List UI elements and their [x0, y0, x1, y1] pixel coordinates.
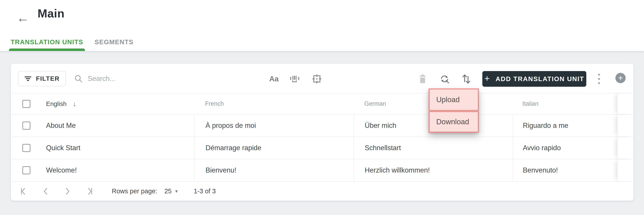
tab-bar: TRANSLATION UNITS SEGMENTS [9, 33, 141, 51]
active-tab-indicator [9, 48, 85, 51]
row-checkbox[interactable] [22, 122, 30, 130]
filter-button-label: FILTER [36, 75, 60, 82]
table-footer: Rows per page: 25 ▾ 1-3 of 3 [11, 182, 634, 201]
cell-text-french: À propos de moi [206, 122, 256, 130]
header-cell-french: French [194, 94, 354, 114]
header-cell-italian: Italian [513, 94, 617, 114]
chevron-right-icon [64, 187, 72, 195]
cell-english: Quick Start [11, 137, 194, 159]
add-translation-unit-label: ADD TRANSLATION UNIT [496, 75, 584, 83]
header-cell-actions [617, 94, 634, 114]
next-page-button[interactable] [62, 186, 72, 196]
first-page-icon [20, 187, 28, 195]
column-header-english[interactable]: English [46, 100, 67, 108]
kebab-dot [598, 78, 600, 80]
chevron-left-icon [42, 187, 50, 195]
trash-icon [418, 74, 427, 84]
rows-per-page-label: Rows per page: [112, 188, 157, 195]
cell-text-english: About Me [46, 122, 76, 130]
header-cell-english: English ↓ [11, 94, 194, 114]
kebab-dot [598, 82, 600, 84]
column-header-french[interactable]: French [205, 100, 224, 107]
cell-german: Herzlich willkommen! [354, 159, 513, 181]
find-replace-button[interactable] [438, 72, 452, 86]
add-circle-button[interactable]: + [616, 73, 626, 83]
cell-italian: Benvenuto! [513, 159, 617, 181]
cell-text-german: Über mich [365, 122, 396, 130]
toolbar: FILTER Aa [11, 64, 634, 94]
arrows-up-down-icon [462, 74, 471, 84]
cell-text-german: Herzlich willkommen! [365, 166, 430, 174]
tab-segments[interactable]: SEGMENTS [87, 33, 141, 51]
column-header-german[interactable]: German [364, 100, 386, 107]
previous-page-button[interactable] [41, 186, 50, 196]
cell-actions [617, 159, 634, 181]
tab-translation-units[interactable]: TRANSLATION UNITS [9, 33, 85, 51]
table-row[interactable]: Quick Start Démarrage rapide Schnellstar… [11, 137, 634, 159]
cell-actions [617, 115, 634, 136]
select-all-checkbox[interactable] [22, 100, 30, 108]
page-title: Main [38, 7, 64, 20]
cell-text-english: Quick Start [46, 144, 80, 152]
whitespace-icon [290, 75, 300, 83]
cell-text-french: Démarrage rapide [206, 144, 262, 152]
cell-english: Welcome! [11, 159, 194, 181]
cell-german: Schnellstart [354, 137, 513, 159]
match-case-toggle[interactable]: Aa [267, 72, 281, 86]
plus-icon: + [618, 74, 623, 82]
kebab-dot [598, 74, 600, 76]
search-input[interactable] [88, 75, 184, 83]
last-page-button[interactable] [84, 186, 94, 196]
add-translation-unit-button[interactable]: + ADD TRANSLATION UNIT [482, 71, 586, 87]
table-row[interactable]: About Me À propos de moi Über mich Rigua… [11, 115, 634, 137]
whitespace-toggle[interactable] [288, 72, 302, 86]
column-header-italian[interactable]: Italian [522, 100, 538, 107]
cell-text-english: Welcome! [46, 166, 77, 174]
cell-italian: Riguardo a me [513, 115, 617, 136]
chevron-down-icon[interactable]: ▾ [175, 188, 178, 194]
cell-text-italian: Riguardo a me [523, 122, 568, 130]
cell-text-italian: Avvio rapido [523, 144, 561, 152]
cell-text-italian: Benvenuto! [523, 166, 558, 174]
cell-french: Démarrage rapide [194, 137, 354, 159]
sort-desc-icon[interactable]: ↓ [73, 100, 76, 108]
table-header-row: English ↓ French German Italian [11, 94, 634, 115]
pagination-range-label: 1-3 of 3 [194, 188, 216, 195]
cell-actions [617, 137, 634, 159]
first-page-button[interactable] [19, 186, 28, 196]
delete-button[interactable] [416, 72, 430, 86]
cell-italian: Avvio rapido [513, 137, 617, 159]
cell-english: About Me [11, 115, 194, 136]
back-button[interactable]: ← [13, 8, 33, 28]
row-checkbox[interactable] [22, 144, 30, 152]
filter-icon [24, 76, 32, 82]
kebab-menu-button[interactable] [592, 72, 606, 86]
filter-button[interactable]: FILTER [18, 71, 66, 86]
row-checkbox[interactable] [22, 166, 30, 174]
menu-item-upload[interactable]: Upload [429, 88, 479, 111]
pagination-controls [19, 186, 94, 196]
menu-item-download[interactable]: Download [429, 111, 479, 132]
rows-per-page-select[interactable]: 25 [164, 188, 172, 195]
cell-french: À propos de moi [194, 115, 354, 136]
cell-text-german: Schnellstart [365, 144, 401, 152]
plus-icon: + [484, 74, 490, 84]
search-box [74, 71, 184, 86]
arrow-left-icon: ← [16, 12, 29, 24]
cell-french: Bienvenu! [194, 159, 354, 181]
last-page-icon [86, 187, 94, 195]
table-row[interactable]: Welcome! Bienvenu! Herzlich willkommen! … [11, 159, 634, 182]
search-icon [74, 74, 83, 83]
translation-units-panel: FILTER Aa [11, 64, 634, 201]
find-replace-icon [439, 74, 450, 84]
import-export-button[interactable] [459, 72, 474, 86]
page-header: ← Main TRANSLATION UNITS SEGMENTS [0, 0, 644, 51]
import-export-menu: Upload Download [429, 88, 479, 132]
cell-text-french: Bienvenu! [206, 166, 236, 174]
selection-frame-icon [312, 74, 322, 84]
match-case-label: Aa [269, 75, 278, 83]
placeholder-frame-toggle[interactable] [310, 72, 324, 86]
